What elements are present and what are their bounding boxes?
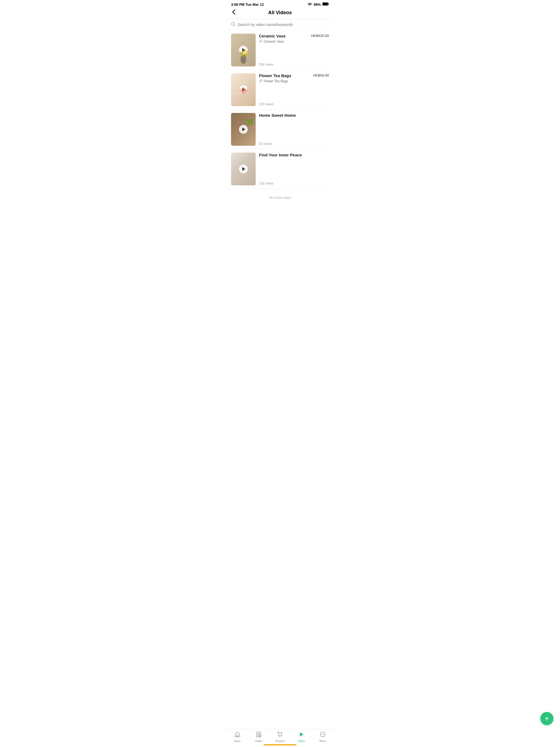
video-tag: Ceramic Vase (259, 40, 329, 44)
video-title: Find Your Inner Peace (259, 153, 302, 157)
list-item[interactable]: Flower Tea Bags HK$59.00 Flower Tea Bags… (227, 70, 333, 110)
search-icon (231, 22, 235, 27)
battery-level: 99% (314, 2, 321, 6)
svg-marker-10 (300, 732, 303, 736)
link-icon (259, 79, 262, 83)
nav-store[interactable]: Store (227, 731, 248, 743)
svg-point-9 (281, 736, 282, 737)
video-info: Home Sweet Home 83 views (259, 113, 329, 146)
svg-point-8 (279, 736, 280, 737)
more-label: More (320, 740, 326, 743)
video-thumbnail (231, 73, 256, 106)
video-views: 254 views (259, 61, 329, 67)
svg-rect-5 (236, 735, 238, 737)
home-indicator (263, 744, 297, 745)
order-label: Order (255, 740, 262, 743)
video-title: Flower Tea Bags (259, 73, 291, 78)
svg-rect-2 (323, 3, 328, 5)
play-button[interactable] (239, 125, 248, 134)
status-right: 99% (308, 2, 329, 6)
list-item[interactable]: Ceramic Vase HK$420.00 Ceramic Vase 254 … (227, 30, 333, 70)
more-icon (320, 731, 326, 739)
video-views: 103 views (259, 180, 329, 185)
video-thumbnail (231, 34, 256, 67)
video-title: Ceramic Vase (259, 34, 286, 38)
video-info: Find Your Inner Peace 103 views (259, 153, 329, 185)
video-price: HK$420.00 (311, 34, 329, 38)
svg-point-14 (323, 734, 324, 735)
no-more-data: No more data (227, 189, 333, 206)
store-label: Store (234, 740, 240, 743)
video-price: HK$59.00 (313, 73, 329, 77)
search-input[interactable] (238, 22, 329, 27)
svg-point-12 (321, 734, 322, 735)
status-bar: 3:08 PM Tue Mar 12 99% (227, 0, 333, 8)
video-label: Video (298, 740, 305, 743)
video-thumbnail (231, 113, 256, 146)
video-info: Ceramic Vase HK$420.00 Ceramic Vase 254 … (259, 34, 329, 67)
video-info: Flower Tea Bags HK$59.00 Flower Tea Bags… (259, 73, 329, 106)
play-button[interactable] (239, 164, 248, 173)
svg-point-7 (259, 735, 261, 737)
video-views: 233 views (259, 101, 329, 106)
list-item[interactable]: Find Your Inner Peace 103 views (227, 149, 333, 189)
search-bar (227, 19, 333, 30)
video-list: Ceramic Vase HK$420.00 Ceramic Vase 254 … (227, 30, 333, 228)
video-icon (298, 731, 304, 739)
svg-rect-1 (328, 3, 329, 5)
nav-more[interactable]: More (312, 731, 333, 743)
play-button[interactable] (239, 46, 248, 54)
svg-point-13 (322, 734, 323, 735)
wifi-icon (308, 2, 312, 6)
video-tag-label: Flower Tea Bags (263, 79, 288, 83)
video-thumbnail (231, 153, 256, 185)
order-icon (256, 731, 262, 739)
status-time: 3:08 PM Tue Mar 12 (231, 2, 264, 6)
list-item[interactable]: Home Sweet Home 83 views (227, 110, 333, 149)
header: All Videos (227, 8, 333, 19)
page-title: All Videos (268, 10, 292, 16)
link-icon (259, 40, 262, 44)
video-tag-label: Ceramic Vase (263, 40, 284, 44)
svg-line-4 (234, 25, 235, 26)
store-icon (234, 731, 240, 739)
battery-icon (322, 2, 329, 6)
video-title: Home Sweet Home (259, 113, 296, 118)
play-button[interactable] (239, 85, 248, 94)
product-icon (277, 731, 283, 739)
video-views: 83 views (259, 141, 329, 146)
back-button[interactable] (231, 8, 236, 17)
product-label: Product (275, 740, 285, 743)
nav-video[interactable]: Video (291, 731, 312, 743)
nav-product[interactable]: Product (269, 731, 291, 743)
video-tag: Flower Tea Bags (259, 79, 329, 83)
nav-order[interactable]: Order (248, 731, 269, 743)
